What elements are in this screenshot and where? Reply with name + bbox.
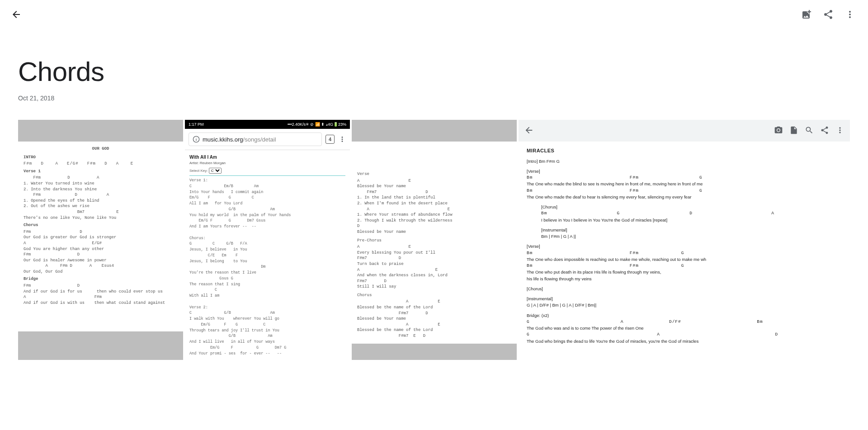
photo-miracles[interactable]: MIRACLES [Intro] Bm F#m G [Verse] Bm F#m… (519, 120, 850, 360)
add-photo-icon (801, 9, 812, 20)
url-input: music.kkihs.org/songs/detail (189, 132, 322, 146)
song-title: With All I Am (189, 154, 345, 161)
share-button[interactable] (817, 4, 839, 25)
lens-back-button (524, 125, 534, 136)
camera-icon (774, 126, 783, 136)
lens-toolbar (519, 120, 850, 142)
info-icon (193, 136, 200, 143)
photo-our-god[interactable]: OUR GOD INTRO F#m D A E/G# F#m D A E Ver… (18, 120, 183, 360)
top-toolbar (0, 0, 868, 29)
more-options-button[interactable] (839, 4, 861, 25)
file-icon (789, 126, 798, 136)
key-select: C (209, 168, 222, 174)
back-button[interactable] (7, 5, 25, 24)
lens-more-icon (835, 126, 844, 136)
more-vert-icon (844, 9, 855, 20)
search-icon (805, 126, 814, 136)
album-header: Chords Oct 21, 2018 (0, 29, 868, 120)
arrow-left-icon (11, 9, 22, 20)
mobile-status-bar: 1:17 PM ••• 2.40K/s ✳ ⊘ 📶 ⬍ ₄ 4G 🔋 23% (185, 120, 350, 129)
photo-grid: OUR GOD INTRO F#m D A E/G# F#m D A E Ver… (0, 120, 868, 360)
photo-blessed-be-your-name[interactable]: Verse A E Blessed be Your name F#m7 D 1.… (352, 120, 517, 360)
browser-more-icon (338, 135, 346, 143)
share-icon (823, 9, 834, 20)
lens-share-icon (820, 126, 829, 136)
song-title: MIRACLES (527, 147, 842, 155)
content-scroll[interactable]: Chords Oct 21, 2018 OUR GOD INTRO F#m D … (0, 29, 868, 430)
song-title: OUR GOD (24, 146, 178, 152)
album-date: Oct 21, 2018 (18, 95, 850, 102)
tab-count: 4 (326, 135, 335, 144)
album-title: Chords (18, 56, 850, 87)
photo-with-all-i-am[interactable]: 1:17 PM ••• 2.40K/s ✳ ⊘ 📶 ⬍ ₄ 4G 🔋 23% m… (185, 120, 350, 360)
browser-url-bar: music.kkihs.org/songs/detail 4 (185, 129, 350, 150)
arrow-left-icon (524, 125, 534, 135)
add-photos-button[interactable] (796, 4, 817, 25)
